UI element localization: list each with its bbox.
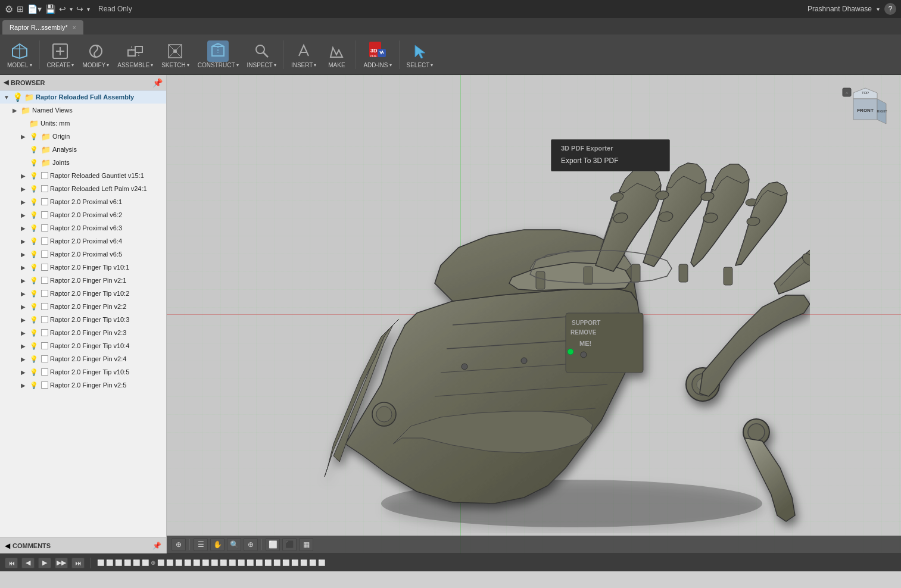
svg-point-52 [376,406,392,422]
inspect-button[interactable]: INSPECT▾ [244,38,280,71]
browser-collapse-icon[interactable]: ◀ [4,79,8,86]
proximal-2-item[interactable]: ▶ 💡 Raptor 2.0 Proximal v6:2 [0,208,166,221]
export-3d-pdf-menu-item[interactable]: Export To 3D PDF [551,153,669,168]
fingertip-4-item[interactable]: ▶ 💡 Raptor 2.0 Finger Tip v10:4 [0,339,166,352]
addins-button[interactable]: 3DPDF ADD-INS▾ [360,38,395,71]
select-button[interactable]: SELECT▾ [403,38,437,71]
construct-dropdown-menu: 3D PDF Exporter Export To 3D PDF [551,139,670,171]
left-palm-item[interactable]: ▶ 💡 Raptor Reloaded Left Palm v24:1 [0,182,166,195]
comments-collapse-icon[interactable]: ◀ [5,542,10,550]
fingerpin-5-checkbox[interactable] [41,381,48,389]
svg-rect-8 [135,46,142,52]
file-menu-icon[interactable]: 📄▾ [27,4,42,14]
nav-cube[interactable]: FRONT TOP RIGHT ⌂ [841,87,889,135]
svg-rect-56 [536,271,545,289]
proximal-1-item[interactable]: ▶ 💡 Raptor 2.0 Proximal v6:1 [0,195,166,208]
fingertip-3-checkbox[interactable] [41,316,48,323]
fingerpin-2-item[interactable]: ▶ 💡 Raptor 2.0 Finger Pin v2:2 [0,300,166,313]
fingerpin-5-item[interactable]: ▶ 💡 Raptor 2.0 Finger Pin v2:5 [0,379,166,392]
browser-pin-icon[interactable]: 📌 [152,78,163,87]
fingertip-1-checkbox[interactable] [41,264,48,271]
fingertip-5-checkbox[interactable] [41,368,48,376]
analysis-item[interactable]: ▶ 💡 📁 Analysis [0,143,166,156]
user-dropdown-icon[interactable]: ▾ [877,6,880,12]
inspect-label: INSPECT▾ [247,62,276,68]
origin-item[interactable]: ▶ 💡 📁 Origin [0,130,166,143]
make-button[interactable]: MAKE [321,38,352,71]
sketch-button[interactable]: SKETCH▾ [158,38,193,71]
grid-button[interactable]: ▦ [299,538,313,551]
construct-button[interactable]: CONSTRUCT▾ [194,38,242,71]
proximal-5-item[interactable]: ▶ 💡 Raptor 2.0 Proximal v6:5 [0,248,166,261]
fingerpin-3-checkbox[interactable] [41,329,48,336]
undo-dropdown-icon[interactable]: ▾ [70,6,73,12]
svg-text:ME!: ME! [579,340,591,347]
proximal-3-item[interactable]: ▶ 💡 Raptor 2.0 Proximal v6:3 [0,221,166,234]
sketch-icon [164,40,186,62]
gauntlet-checkbox[interactable] [41,172,48,179]
fingertip-2-item[interactable]: ▶ 💡 Raptor 2.0 Finger Tip v10:2 [0,287,166,300]
pan-button[interactable]: ☰ [194,538,208,551]
construct-icon [207,40,229,62]
insert-label: INSERT▾ [291,62,317,68]
redo-dropdown-icon[interactable]: ▾ [87,6,90,12]
fingertip-1-item[interactable]: ▶ 💡 Raptor 2.0 Finger Tip v10:1 [0,261,166,274]
viewport[interactable]: SUPPORT REMOVE ME! [167,75,901,553]
save-icon[interactable]: 💾 [45,4,55,14]
display-mode-button[interactable]: ⬜ [266,538,280,551]
zoom-box-button[interactable]: ⊕ [244,538,258,551]
fingertip-5-item[interactable]: ▶ 💡 Raptor 2.0 Finger Tip v10:5 [0,365,166,379]
insert-button[interactable]: INSERT▾ [288,38,320,71]
user-name[interactable]: Prashnant Dhawase [808,5,872,13]
named-views-item[interactable]: ▶ 📁 Named Views [0,104,166,117]
fingerpin-1-item[interactable]: ▶ 💡 Raptor 2.0 Finger Pin v2:1 [0,274,166,287]
fingertip-3-item[interactable]: ▶ 💡 Raptor 2.0 Finger Tip v10:3 [0,313,166,326]
comments-pin-icon[interactable]: 📌 [152,542,161,550]
section-analysis-button[interactable]: ⬛ [282,538,297,551]
redo-icon[interactable]: ↪ [76,4,83,14]
gauntlet-bulb-icon: 💡 [29,170,39,181]
assemble-button[interactable]: ASSEMBLE▾ [114,38,157,71]
svg-rect-59 [679,264,688,282]
fingerpin-4-item[interactable]: ▶ 💡 Raptor 2.0 Finger Pin v2:4 [0,352,166,365]
svg-text:TOP: TOP [862,91,869,95]
prev-button[interactable]: ◀ [21,558,35,568]
model-button[interactable]: MODEL▾ [4,38,36,71]
joints-folder-icon: 📁 [40,157,51,168]
proximal-2-arrow: ▶ [19,212,27,218]
help-icon[interactable]: ? [884,3,896,15]
zoom-button[interactable]: 🔍 [227,538,241,551]
file-tab[interactable]: Raptor R...ssembly* × [2,20,83,35]
insert-icon [293,40,314,62]
play-fast-button[interactable]: ▶▶ [55,558,68,568]
select-label: SELECT▾ [407,62,434,68]
orbit-button[interactable]: ✋ [210,538,225,551]
close-tab-icon[interactable]: × [73,24,76,31]
fit-view-button[interactable]: ⊕ [172,538,186,551]
fingerpin-4-checkbox[interactable] [41,355,48,362]
grid-icon[interactable]: ⊞ [17,4,24,14]
fingertip-4-checkbox[interactable] [41,342,48,349]
proximal-4-checkbox[interactable] [41,237,48,245]
gauntlet-item[interactable]: ▶ 💡 Raptor Reloaded Gauntlet v15:1 [0,169,166,182]
left-palm-checkbox[interactable] [41,185,48,192]
proximal-4-item[interactable]: ▶ 💡 Raptor 2.0 Proximal v6:4 [0,234,166,248]
modify-button[interactable]: MODIFY▾ [79,38,113,71]
undo-icon[interactable]: ↩ [59,4,66,14]
next-frame-button[interactable]: ⏭ [71,558,85,568]
proximal-2-checkbox[interactable] [41,211,48,218]
fingerpin-3-item[interactable]: ▶ 💡 Raptor 2.0 Finger Pin v2:3 [0,326,166,339]
fingertip-2-checkbox[interactable] [41,290,48,297]
proximal-1-checkbox[interactable] [41,198,48,205]
proximal-5-checkbox[interactable] [41,251,48,258]
fingerpin-1-checkbox[interactable] [41,277,48,284]
fingerpin-2-checkbox[interactable] [41,303,48,310]
tree-root[interactable]: ▼ 💡 📁 Raptor Reloaded Full Assembly [0,90,166,104]
fingertip-3-label: Raptor 2.0 Finger Tip v10:3 [50,316,166,323]
units-item[interactable]: ▶ 📁 Units: mm [0,117,166,130]
joints-item[interactable]: ▶ 💡 📁 Joints [0,156,166,169]
prev-frame-button[interactable]: ⏮ [5,558,18,568]
play-button[interactable]: ▶ [38,558,51,568]
proximal-3-checkbox[interactable] [41,224,48,232]
create-button[interactable]: CREATE▾ [43,38,78,71]
